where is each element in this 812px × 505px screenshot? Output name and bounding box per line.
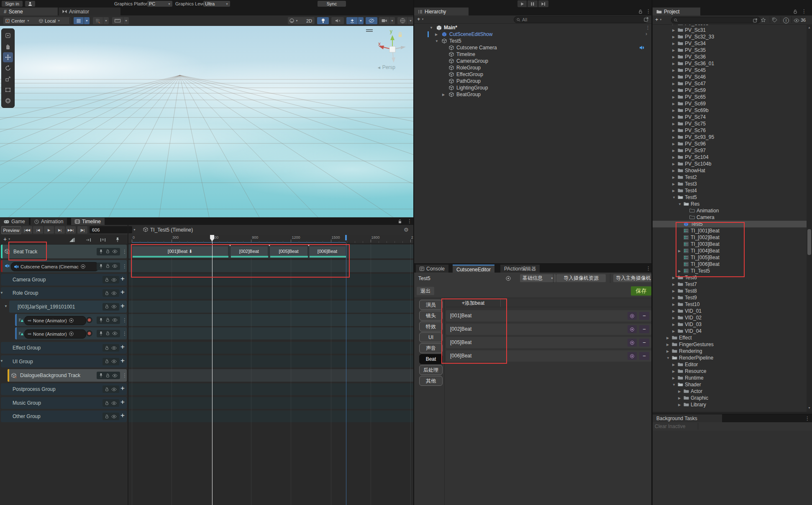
- chevron-collapsed-icon[interactable]: ▶: [678, 269, 681, 273]
- project-item[interactable]: ▶Actor: [653, 388, 807, 395]
- timeline-track-row[interactable]: {}Beat Track⋮: [1, 245, 127, 258]
- scroll-up-icon[interactable]: ▲: [807, 25, 812, 29]
- snap-options-dropdown[interactable]: ▼: [103, 17, 109, 24]
- lock-icon[interactable]: [106, 264, 110, 268]
- tab-animator[interactable]: Animator: [59, 8, 120, 15]
- shading-mode-dropdown[interactable]: ▼: [288, 17, 305, 24]
- menu-kebab-icon[interactable]: ⋮: [122, 264, 127, 269]
- chevron-collapsed-icon[interactable]: ▶: [672, 142, 675, 146]
- sync-button[interactable]: Sync: [318, 1, 346, 7]
- grid-visibility-toggle[interactable]: [74, 17, 84, 24]
- replace-edit-icon[interactable]: [100, 238, 106, 242]
- chevron-collapsed-icon[interactable]: ▶: [672, 62, 675, 66]
- eye-icon[interactable]: [112, 250, 118, 253]
- add-to-group-button[interactable]: +: [120, 275, 125, 283]
- project-item[interactable]: ▶PV_Sc35: [653, 47, 807, 54]
- label-tag-icon[interactable]: [772, 18, 777, 23]
- timeline-ruler[interactable]: 03006009001200150018002100: [128, 235, 414, 244]
- track-object-field[interactable]: None (Animator): [24, 316, 86, 325]
- overlay-menu-icon[interactable]: [366, 29, 373, 30]
- timeline-group-row[interactable]: Camera Group+: [1, 274, 127, 286]
- chevron-collapsed-icon[interactable]: ▶: [672, 115, 675, 119]
- project-item[interactable]: ▶VID_03: [653, 321, 807, 328]
- project-item[interactable]: ▶PV_Sc31: [653, 27, 807, 33]
- hierarchy-item[interactable]: ▶CutSceneEditShow›: [414, 31, 651, 38]
- remove-beat-button[interactable]: −: [639, 339, 649, 347]
- project-item[interactable]: ▶Library: [653, 401, 807, 408]
- lock-icon[interactable]: [638, 9, 643, 14]
- menu-kebab-icon[interactable]: ⋮: [407, 219, 412, 223]
- eye-icon[interactable]: [112, 264, 118, 268]
- eye-icon[interactable]: [112, 332, 118, 335]
- project-item[interactable]: ▶Test2: [653, 174, 807, 181]
- chevron-collapsed-icon[interactable]: ▶: [672, 48, 675, 52]
- chevron-collapsed-icon[interactable]: ▶: [672, 69, 675, 72]
- pause-button[interactable]: [528, 0, 538, 7]
- timeline-group-row[interactable]: Postprocess Group+: [1, 383, 127, 395]
- project-item[interactable]: ▶PV_Sc96: [653, 140, 807, 147]
- favorites-icon[interactable]: [761, 18, 766, 23]
- chevron-collapsed-icon[interactable]: ▶: [672, 102, 675, 106]
- import-main-camera-button[interactable]: 导入主角摄像机: [613, 274, 651, 282]
- project-item[interactable]: ▼Res: [653, 201, 807, 207]
- lock-icon[interactable]: [793, 9, 797, 14]
- increment-snap-dropdown[interactable]: ▼: [123, 17, 129, 24]
- project-item[interactable]: ▶PV_Sc34: [653, 40, 807, 47]
- target-picker-icon[interactable]: [80, 264, 86, 269]
- chevron-collapsed-icon[interactable]: ▶: [672, 35, 675, 39]
- playhead-line[interactable]: [212, 235, 213, 505]
- scene-visibility-toggle[interactable]: [366, 17, 377, 24]
- timeline-group-row[interactable]: Other Group+: [1, 411, 127, 422]
- transport-skip-start-button[interactable]: |◀◀: [22, 226, 32, 234]
- chevron-collapsed-icon[interactable]: ▶: [672, 42, 675, 46]
- timeline-group-row[interactable]: UI Group+: [1, 355, 127, 367]
- project-item[interactable]: ▶PV_Sc46: [653, 74, 807, 80]
- add-to-group-button[interactable]: +: [120, 343, 125, 351]
- project-item[interactable]: ▶Graphic: [653, 395, 807, 401]
- hierarchy-search-input[interactable]: All: [514, 16, 648, 23]
- 2d-toggle[interactable]: 2D: [304, 17, 315, 24]
- target-picker-button[interactable]: [628, 325, 637, 333]
- project-item[interactable]: TI_[001]Beat: [653, 227, 807, 234]
- gizmos-toggle[interactable]: [397, 17, 407, 24]
- tab-background-tasks[interactable]: Background Tasks: [653, 414, 722, 423]
- scrollbar-thumb[interactable]: [807, 229, 811, 255]
- project-item[interactable]: ▶PV_Sc65: [653, 94, 807, 100]
- play-button[interactable]: [517, 0, 527, 7]
- graphics-level-select[interactable]: Ultra▼: [203, 1, 230, 7]
- tab-hierarchy[interactable]: Hierarchy: [414, 8, 469, 15]
- external-window-icon[interactable]: [753, 18, 758, 23]
- target-picker-button[interactable]: [628, 312, 637, 320]
- chevron-expanded-icon[interactable]: ▼: [672, 383, 676, 387]
- chevron-expanded-icon[interactable]: ▼: [666, 356, 670, 360]
- pin-icon[interactable]: [115, 237, 120, 242]
- chevron-collapsed-icon[interactable]: ▶: [672, 82, 675, 86]
- hierarchy-item[interactable]: ▼Test5: [414, 38, 651, 44]
- project-item[interactable]: ▶VID_02: [653, 314, 807, 321]
- chevron-collapsed-icon[interactable]: ▶: [672, 162, 675, 166]
- hierarchy-item[interactable]: ▼Main*⋮: [414, 24, 651, 31]
- chevron-collapsed-icon[interactable]: ▶: [435, 33, 438, 36]
- chevron-collapsed-icon[interactable]: ▶: [672, 89, 675, 92]
- chevron-collapsed-icon[interactable]: ▶: [666, 336, 669, 340]
- track-object-field[interactable]: None (Animator): [24, 329, 86, 339]
- menu-kebab-icon[interactable]: ⋮: [646, 25, 650, 31]
- project-search-input[interactable]: [671, 17, 761, 23]
- chevron-collapsed-icon[interactable]: ▶: [672, 156, 675, 159]
- add-to-group-button[interactable]: +: [120, 357, 125, 365]
- lock-icon[interactable]: [105, 387, 109, 392]
- chevron-collapsed-icon[interactable]: ▶: [672, 329, 675, 333]
- eye-icon[interactable]: [111, 346, 117, 350]
- timeline-clip[interactable]: [001]Beat ⬇: [132, 246, 228, 258]
- remove-beat-button[interactable]: −: [639, 325, 649, 333]
- menu-kebab-icon[interactable]: ⋮: [122, 318, 127, 323]
- chevron-collapsed-icon[interactable]: ▶: [672, 176, 675, 179]
- increment-snap-toggle[interactable]: [112, 17, 123, 24]
- vertical-splitter[interactable]: [651, 0, 653, 505]
- scene-viewport[interactable]: y x ◄ Persp: [0, 26, 414, 217]
- project-item[interactable]: ▶PV_Sc32_33: [653, 33, 807, 40]
- pivot-mode-dropdown[interactable]: Center▼: [3, 17, 39, 24]
- chevron-collapsed-icon[interactable]: ▶: [672, 370, 675, 373]
- project-item[interactable]: ▶FingerGestures: [653, 341, 807, 348]
- timeline-track-row[interactable]: None (Animator)⋮: [15, 314, 127, 326]
